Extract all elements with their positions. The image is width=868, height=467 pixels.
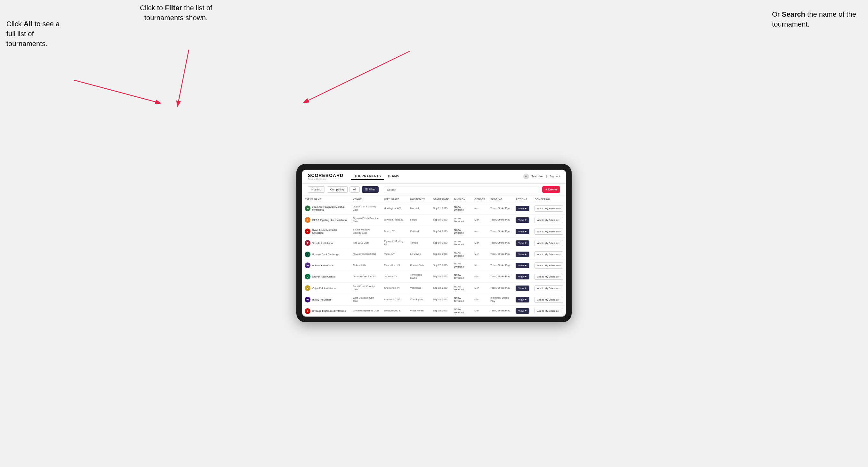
cell-event-name-5: W Wildcat Invitational xyxy=(302,260,350,271)
cell-date-9: Sep 18, 2023 xyxy=(431,305,451,317)
view-button-4[interactable]: View 👁 xyxy=(516,252,529,257)
cell-gender-2: Men xyxy=(472,226,488,237)
cell-event-name-6: G Grover Page Classic xyxy=(302,271,350,282)
cell-hosted-6: Tennessee-Martin xyxy=(408,271,431,282)
view-button-6[interactable]: View 👁 xyxy=(516,274,529,279)
view-button-0[interactable]: View 👁 xyxy=(516,206,529,211)
team-logo-4: U xyxy=(305,252,310,257)
cell-division-4: NCAA Division I xyxy=(452,249,472,260)
eye-icon-2: 👁 xyxy=(525,230,527,233)
cell-scoring-4: Team, Stroke Play xyxy=(488,249,513,260)
col-hosted-by: HOSTED BY xyxy=(408,196,431,203)
cell-scoring-3: Team, Stroke Play xyxy=(488,237,513,249)
cell-actions-3: View 👁 xyxy=(513,237,532,249)
cell-division-9: NCAA Division I xyxy=(452,305,472,317)
cell-actions-1: View 👁 xyxy=(513,214,532,226)
cell-hosted-9: Wake Forest xyxy=(408,305,431,317)
signout-link[interactable]: Sign out xyxy=(550,175,560,178)
event-name-text-6: Grover Page Classic xyxy=(312,275,335,278)
competing-filter-btn[interactable]: Competing xyxy=(327,186,348,193)
view-button-1[interactable]: View 👁 xyxy=(516,217,529,223)
cell-event-name-3: T Temple Invitational xyxy=(302,237,350,249)
create-button[interactable]: + Create xyxy=(542,186,560,193)
view-label-8: View xyxy=(518,298,524,301)
view-button-8[interactable]: View 👁 xyxy=(516,297,529,303)
cell-hosted-4: Le Moyne xyxy=(408,249,431,260)
cell-event-name-2: F Ryan T. Lee Memorial Collegiate xyxy=(302,226,350,237)
event-name-text-3: Temple Invitational xyxy=(312,242,333,245)
cell-division-8: NCAA Division I xyxy=(452,294,472,305)
add-schedule-button-4[interactable]: Add to My Schedule + xyxy=(534,251,563,257)
filter-bar: Hosting Competing All ☰ Filter + Create xyxy=(302,184,566,196)
add-schedule-button-6[interactable]: Add to My Schedule + xyxy=(534,274,563,280)
cell-scoring-7: Team, Stroke Play xyxy=(488,282,513,294)
all-filter-btn[interactable]: All xyxy=(349,186,360,193)
nav-tournaments[interactable]: TOURNAMENTS xyxy=(351,173,384,180)
cell-city-0: Huntington, WV xyxy=(381,203,408,214)
cell-scoring-2: Team, Stroke Play xyxy=(488,226,513,237)
table-body: M 2023 Joe Feaganes Marshall Invitationa… xyxy=(302,203,566,317)
view-label-3: View xyxy=(518,242,524,245)
add-schedule-button-0[interactable]: Add to My Schedule + xyxy=(534,206,563,212)
cell-venue-1: Olympia Fields Country Club xyxy=(350,214,381,226)
col-venue: VENUE xyxy=(350,196,381,203)
view-button-7[interactable]: View 👁 xyxy=(516,285,529,291)
cell-actions-5: View 👁 xyxy=(513,260,532,271)
cell-date-6: Sep 18, 2023 xyxy=(431,271,451,282)
view-button-3[interactable]: View 👁 xyxy=(516,240,529,246)
eye-icon-6: 👁 xyxy=(525,276,527,278)
cell-venue-5: Colbert Hills xyxy=(350,260,381,271)
hosting-filter-btn[interactable]: Hosting xyxy=(308,186,325,193)
cell-hosted-1: Illinois xyxy=(408,214,431,226)
event-name-text-1: OFCC Fighting Illini Invitational xyxy=(312,219,347,221)
table-row: I OFCC Fighting Illini Invitational Olym… xyxy=(302,214,566,226)
table-row: C Chicago Highlands Invitational Chicago… xyxy=(302,305,566,317)
add-schedule-button-8[interactable]: Add to My Schedule + xyxy=(534,297,563,303)
search-input[interactable] xyxy=(384,187,540,193)
cell-division-2: NCAA Division I xyxy=(452,226,472,237)
logo-sub: Powered by clippd xyxy=(308,178,343,180)
event-name-text-0: 2023 Joe Feaganes Marshall Invitational xyxy=(312,206,348,211)
eye-icon-1: 👁 xyxy=(525,219,527,221)
filter-toggle-btn[interactable]: ☰ Filter xyxy=(362,186,379,193)
eye-icon-7: 👁 xyxy=(525,287,527,289)
view-button-5[interactable]: View 👁 xyxy=(516,263,529,268)
add-schedule-button-5[interactable]: Add to My Schedule + xyxy=(534,262,563,269)
cell-hosted-3: Temple xyxy=(408,237,431,249)
search-box xyxy=(384,186,540,193)
add-schedule-button-3[interactable]: Add to My Schedule + xyxy=(534,240,563,246)
add-schedule-button-7[interactable]: Add to My Schedule + xyxy=(534,285,563,291)
cell-hosted-2: Fairfield xyxy=(408,226,431,237)
table-row: W Wildcat Invitational Colbert Hills Man… xyxy=(302,260,566,271)
cell-gender-4: Men xyxy=(472,249,488,260)
cell-city-9: Westchester, IL xyxy=(381,305,408,317)
cell-date-7: Sep 18, 2023 xyxy=(431,282,451,294)
table-row: G Grover Page Classic Jackson Country Cl… xyxy=(302,271,566,282)
team-logo-5: W xyxy=(305,262,310,268)
eye-icon-0: 👁 xyxy=(525,208,527,210)
add-schedule-button-1[interactable]: Add to My Schedule + xyxy=(534,217,563,223)
view-label-4: View xyxy=(518,253,524,256)
view-button-9[interactable]: View 👁 xyxy=(516,308,529,314)
svg-line-0 xyxy=(178,50,189,105)
cell-event-name-8: W Husky Individual xyxy=(302,294,350,305)
tablet-frame: SCOREBOARD Powered by clippd TOURNAMENTS… xyxy=(297,164,571,323)
cell-hosted-8: Washington xyxy=(408,294,431,305)
cell-actions-7: View 👁 xyxy=(513,282,532,294)
nav-tabs: TOURNAMENTS TEAMS xyxy=(351,173,403,180)
col-event-name: EVENT NAME xyxy=(302,196,350,203)
cell-scoring-8: Individual, Stroke Play xyxy=(488,294,513,305)
cell-division-1: NCAA Division I xyxy=(452,214,472,226)
team-logo-0: M xyxy=(305,206,310,211)
cell-event-name-4: U Upstate Dual Challenge xyxy=(302,249,350,260)
view-label-1: View xyxy=(518,219,524,221)
event-name-text-2: Ryan T. Lee Memorial Collegiate xyxy=(312,228,348,234)
add-schedule-button-2[interactable]: Add to My Schedule + xyxy=(534,228,563,235)
view-button-2[interactable]: View 👁 xyxy=(516,229,529,234)
cell-hosted-5: Kansas State xyxy=(408,260,431,271)
table-row: F Ryan T. Lee Memorial Collegiate Shuttl… xyxy=(302,226,566,237)
add-schedule-button-9[interactable]: Add to My Schedule + xyxy=(534,308,563,314)
cell-competing-3: Add to My Schedule + xyxy=(532,237,566,249)
nav-teams[interactable]: TEAMS xyxy=(384,173,403,180)
logo-area: SCOREBOARD Powered by clippd xyxy=(308,173,343,180)
